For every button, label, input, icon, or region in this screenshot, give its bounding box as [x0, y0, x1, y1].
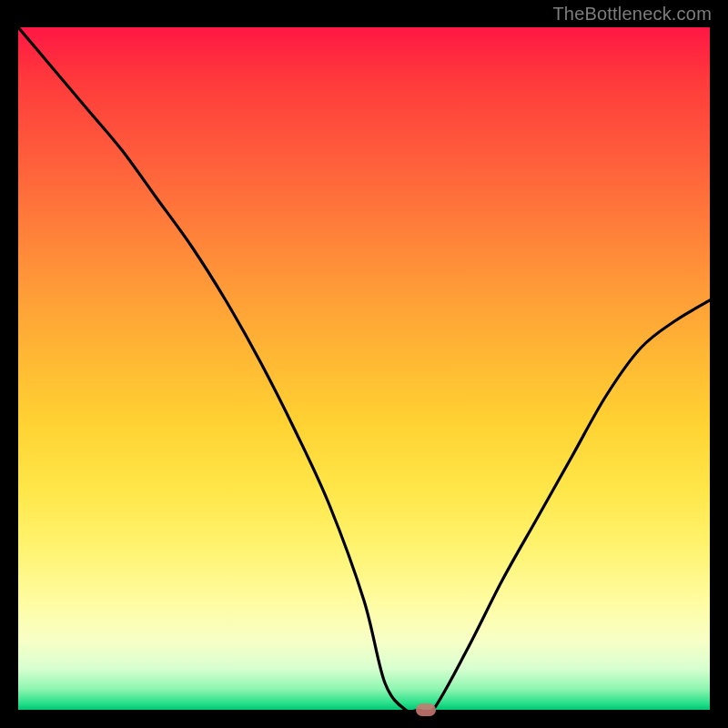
- bottleneck-curve: [18, 27, 710, 710]
- plot-area: [18, 27, 710, 710]
- optimum-marker: [416, 703, 436, 716]
- watermark-text: TheBottleneck.com: [552, 4, 712, 25]
- chart-frame: TheBottleneck.com: [0, 0, 728, 728]
